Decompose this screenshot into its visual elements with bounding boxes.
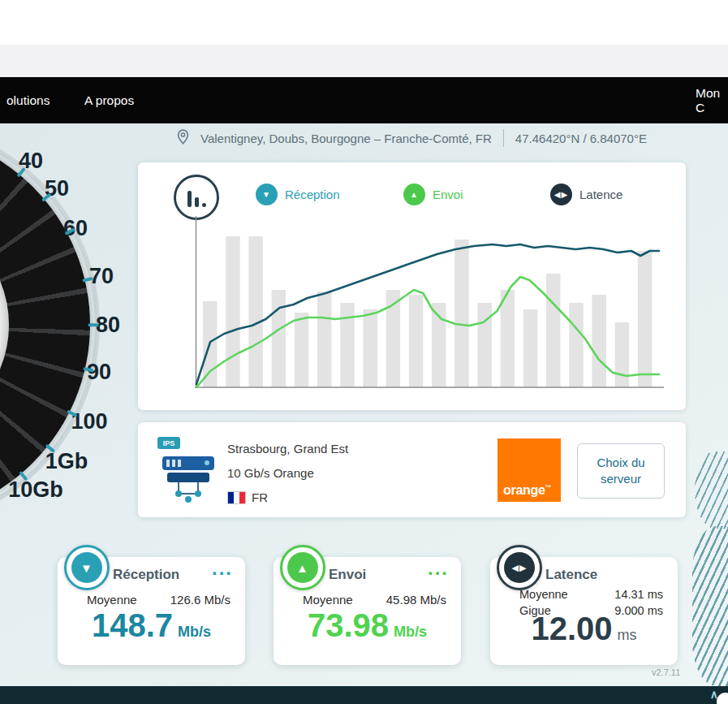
- bar-chart-icon: [174, 175, 219, 220]
- speed-chart: [195, 214, 664, 393]
- orange-logo: orange™: [498, 438, 561, 502]
- server-icon: IPS: [156, 434, 221, 505]
- window-titlebar: [0, 0, 728, 45]
- reception-avg-label: Moyenne: [87, 593, 137, 607]
- latency-arrows-icon: ◀▶: [504, 552, 535, 583]
- site-nav: olutions A propos ❄ Mon C: [0, 77, 728, 123]
- envoi-average-row: Moyenne 45.98 Mb/s: [303, 593, 446, 607]
- latence-avg-label: Moyenne: [519, 588, 568, 601]
- location-divider: [503, 129, 504, 147]
- chart-card: ▼ Réception ▲ Envoi ◀▶ Latence: [138, 162, 686, 410]
- orange-tm: ™: [545, 484, 552, 491]
- server-country: FR: [252, 490, 268, 504]
- reception-average-row: Moyenne 126.6 Mb/s: [87, 593, 230, 607]
- reception-title: Réception: [113, 567, 179, 583]
- envoi-big-number: 73.98: [308, 607, 389, 643]
- download-arrow-icon: ▼: [256, 184, 278, 205]
- reception-big-number: 148.7: [92, 607, 173, 643]
- envoi-title: Envoi: [329, 567, 366, 583]
- legend-reception-label: Réception: [285, 188, 340, 201]
- latence-title: Latence: [545, 567, 597, 583]
- location-row: Valentigney, Doubs, Bourgogne – Franche-…: [134, 127, 690, 149]
- result-card-reception: ▼ Réception ... Moyenne 126.6 Mb/s 148.7…: [58, 557, 245, 665]
- envoi-unit: Mb/s: [394, 624, 427, 640]
- result-card-latence: ◀▶ Latence Moyenne 14.31 ms Gigue 9.000 …: [490, 557, 678, 665]
- envoi-avg-value: 45.98 Mb/s: [386, 593, 446, 607]
- latence-avg-value: 14.31 ms: [614, 588, 663, 601]
- reception-current-value: 148.7Mb/s: [58, 607, 245, 644]
- upload-arrow-icon: ▲: [403, 184, 425, 205]
- latence-badge: ◀▶: [497, 545, 542, 590]
- server-card: IPS Strasbourg, Grand Est 10 Gb/s Orange…: [138, 422, 686, 517]
- server-info: Strasbourg, Grand Est 10 Gb/s Orange FR: [227, 437, 348, 510]
- decorative-stripes-bottom: [692, 526, 728, 686]
- latence-big-number: 12.00: [531, 611, 612, 646]
- speed-test-page: /fr/ ☆ M olutions A propos ❄ Mon C: [0, 0, 728, 704]
- reception-badge: ▼: [64, 545, 110, 590]
- bottom-bar: ∧: [0, 686, 728, 704]
- upload-arrow-icon: ▲: [287, 552, 318, 583]
- choose-server-button[interactable]: Choix du serveur: [577, 443, 665, 499]
- latency-arrows-icon: ◀▶: [550, 184, 572, 205]
- legend-reception[interactable]: ▼ Réception: [256, 184, 340, 205]
- download-arrow-icon: ▼: [71, 552, 102, 583]
- server-city: Strasbourg, Grand Est: [227, 437, 348, 461]
- latence-unit: ms: [618, 627, 637, 643]
- legend-latence-label: Latence: [579, 188, 622, 201]
- map-pin-icon: [177, 129, 189, 147]
- france-flag-icon: [227, 491, 246, 504]
- legend-latence[interactable]: ◀▶ Latence: [550, 184, 622, 205]
- location-coords: 47.46420°N / 6.84070°E: [515, 132, 647, 145]
- nav-item-a-propos[interactable]: A propos: [84, 77, 134, 123]
- envoi-current-value: 73.98Mb/s: [274, 607, 461, 644]
- location-text: Valentigney, Doubs, Bourgogne – Franche-…: [200, 132, 492, 145]
- server-icon-label: IPS: [163, 439, 175, 447]
- latence-current-value: 12.00ms: [490, 611, 678, 647]
- browser-toolbar: /fr/ ☆ M: [0, 45, 728, 78]
- server-speed: 10 Gb/s Orange: [227, 461, 348, 486]
- nav-item-solutions[interactable]: olutions: [6, 77, 50, 123]
- latence-average-row: Moyenne 14.31 ms: [519, 588, 663, 601]
- reception-avg-value: 126.6 Mb/s: [170, 593, 230, 607]
- server-country-row: FR: [227, 486, 348, 510]
- orange-brand-text: orange: [503, 483, 545, 497]
- legend-envoi[interactable]: ▲ Envoi: [403, 184, 463, 205]
- result-card-envoi: ▲ Envoi ... Moyenne 45.98 Mb/s 73.98Mb/s: [274, 557, 461, 665]
- envoi-menu-dots[interactable]: ...: [428, 557, 449, 580]
- reception-menu-dots[interactable]: ...: [212, 557, 233, 580]
- nav-account-label[interactable]: Mon C: [696, 77, 728, 123]
- envoi-badge: ▲: [280, 545, 325, 590]
- envoi-avg-label: Moyenne: [303, 593, 353, 607]
- legend-envoi-label: Envoi: [433, 188, 463, 201]
- reception-unit: Mb/s: [178, 624, 211, 640]
- version-label: v2.7.11: [652, 667, 680, 677]
